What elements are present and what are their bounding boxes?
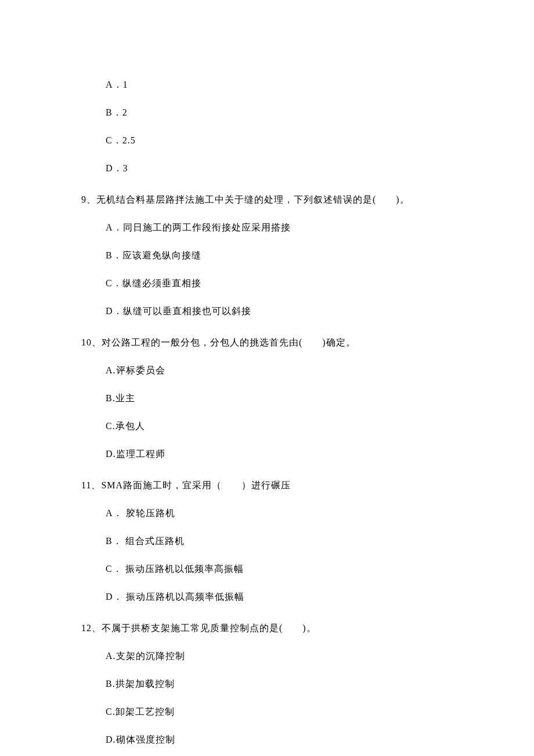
question-10-option-a: A.评标委员会 [81,363,453,377]
question-9-option-d: D．纵缝可以垂直相接也可以斜接 [81,304,453,318]
question-10-option-d: D.监理工程师 [81,447,453,461]
question-12-option-d: D.砌体强度控制 [81,733,453,747]
question-12-stem: 12、不属于拱桥支架施工常见质量控制点的是( )。 [81,621,453,635]
prev-question-option-a: A．1 [81,78,453,92]
question-11-stem: 11、SMA路面施工时，宜采用（ ）进行碾压 [81,478,453,492]
question-11-option-d: D． 振动压路机以高频率低振幅 [81,590,453,604]
question-9-option-b: B．应该避免纵向接缝 [81,249,453,262]
question-11-option-a: A． 胶轮压路机 [81,506,453,520]
question-11-option-c: C． 振动压路机以低频率高振幅 [81,562,453,576]
question-9-option-c: C．纵缝必须垂直相接 [81,276,453,290]
question-12-option-a: A.支架的沉降控制 [81,649,453,663]
question-10-option-b: B.业主 [81,391,453,405]
prev-question-option-d: D．3 [81,161,453,175]
question-10-stem: 10、对公路工程的一般分包，分包人的挑选首先由( )确定。 [81,336,453,350]
prev-question-option-b: B．2 [81,106,453,120]
question-9-stem: 9、无机结合料基层路拌法施工中关于缝的处理，下列叙述错误的是( )。 [81,193,453,207]
page-container: A．1 B．2 C．2.5 D．3 9、无机结合料基层路拌法施工中关于缝的处理，… [0,0,534,756]
question-9-option-a: A．同日施工的两工作段衔接处应采用搭接 [81,221,453,235]
question-10-option-c: C.承包人 [81,419,453,433]
prev-question-option-c: C．2.5 [81,134,453,147]
question-12-option-b: B.拱架加载控制 [81,677,453,691]
question-11-option-b: B． 组合式压路机 [81,534,453,548]
question-12-option-c: C.卸架工艺控制 [81,705,453,719]
